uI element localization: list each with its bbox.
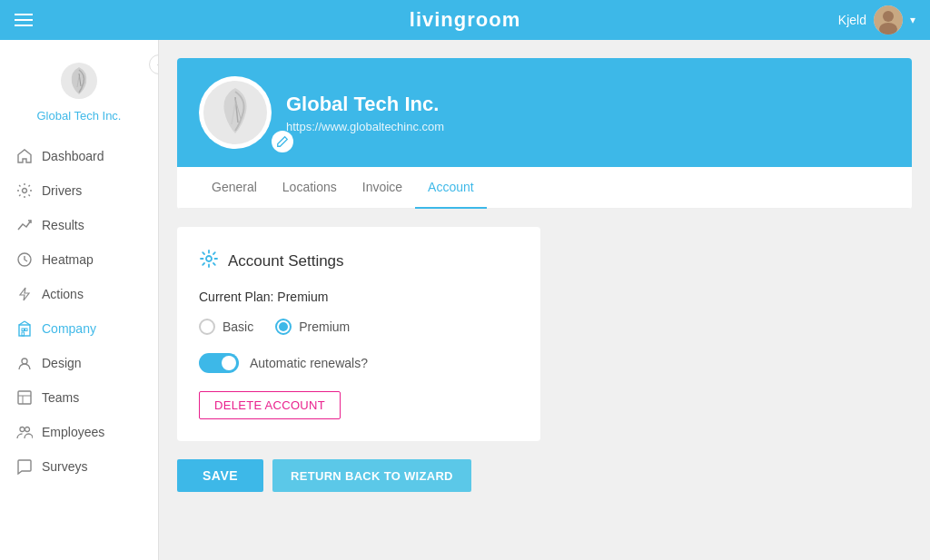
sidebar-label-drivers: Drivers (42, 183, 82, 198)
sidebar-label-actions: Actions (42, 287, 84, 301)
premium-label: Premium (299, 319, 350, 334)
sidebar-item-surveys[interactable]: Surveys (0, 449, 158, 484)
topnav-right: Kjeld ▾ (838, 5, 915, 34)
settings-gear-icon (199, 249, 219, 273)
current-plan-label: Current Plan: Premium (199, 290, 519, 304)
sidebar-logo: Global Tech Inc. (0, 40, 158, 135)
app-title: livingroom (410, 8, 520, 32)
sidebar-item-heatmap[interactable]: Heatmap (0, 242, 158, 277)
sidebar-item-results[interactable]: Results (0, 208, 158, 242)
employees-icon (16, 424, 33, 440)
sidebar-item-company[interactable]: Company (0, 311, 158, 346)
svg-point-15 (22, 359, 27, 364)
svg-rect-16 (18, 391, 31, 404)
return-wizard-button[interactable]: RETURN BACK TO WIZARD (272, 459, 471, 492)
sidebar-nav: Dashboard Drivers (0, 135, 158, 487)
delete-account-button[interactable]: DELETE ACCOUNT (199, 391, 341, 419)
settings-heading: Account Settings (228, 252, 344, 270)
content-area: Global Tech Inc. https://www.globaltechi… (159, 40, 930, 560)
basic-radio[interactable] (199, 319, 215, 335)
user-menu[interactable]: Kjeld ▾ (838, 5, 915, 34)
lightning-icon (16, 286, 33, 302)
home-icon (16, 148, 33, 164)
tab-general[interactable]: General (199, 167, 270, 209)
toggle-knob (222, 356, 236, 370)
sidebar-label-dashboard: Dashboard (42, 149, 104, 163)
company-card: Global Tech Inc. https://www.globaltechi… (177, 58, 912, 209)
svg-point-19 (20, 427, 25, 432)
trending-up-icon (16, 217, 33, 233)
svg-rect-11 (25, 329, 28, 331)
company-header: Global Tech Inc. https://www.globaltechi… (177, 58, 912, 167)
sidebar-company-name: Global Tech Inc. (37, 109, 122, 123)
account-settings-card: Account Settings Current Plan: Premium B… (177, 227, 540, 441)
company-logo (199, 76, 272, 149)
user-name: Kjeld (838, 13, 866, 27)
company-name: Global Tech Inc. (286, 93, 444, 116)
sidebar-label-design: Design (42, 356, 82, 370)
sidebar-label-surveys: Surveys (42, 459, 88, 474)
sidebar: ‹ Global Tech Inc. (0, 40, 159, 560)
gear-icon (16, 182, 33, 199)
svg-point-20 (25, 427, 30, 432)
company-logo-icon (56, 58, 102, 103)
plan-options: Basic Premium (199, 319, 519, 335)
topnav-left (15, 14, 33, 26)
sidebar-label-results: Results (42, 218, 84, 232)
svg-point-6 (23, 189, 27, 193)
auto-renew-row: Automatic renewals? (199, 353, 519, 373)
sidebar-label-heatmap: Heatmap (42, 252, 94, 267)
teams-icon (16, 389, 33, 406)
hamburger-menu[interactable] (15, 14, 33, 26)
sidebar-item-actions[interactable]: Actions (0, 277, 158, 311)
design-icon (16, 355, 33, 371)
sidebar-item-design[interactable]: Design (0, 346, 158, 380)
auto-renew-label: Automatic renewals? (250, 356, 368, 370)
building-icon (16, 320, 33, 337)
plan-premium-option[interactable]: Premium (275, 319, 350, 335)
sidebar-item-employees[interactable]: Employees (0, 415, 158, 449)
sidebar-item-dashboard[interactable]: Dashboard (0, 139, 158, 173)
clock-icon (16, 251, 33, 268)
auto-renew-toggle[interactable] (199, 353, 239, 373)
basic-label: Basic (223, 319, 253, 334)
company-url: https://www.globaltechinc.com (286, 120, 444, 133)
svg-point-25 (206, 256, 212, 261)
sidebar-label-company: Company (42, 321, 96, 336)
avatar (874, 5, 903, 34)
sidebar-item-teams[interactable]: Teams (0, 380, 158, 415)
svg-point-1 (883, 11, 894, 22)
svg-marker-8 (20, 288, 29, 300)
surveys-icon (16, 458, 33, 475)
main-layout: ‹ Global Tech Inc. (0, 40, 930, 560)
action-buttons: SAVE RETURN BACK TO WIZARD (177, 459, 912, 492)
edit-logo-button[interactable] (272, 131, 293, 152)
tab-locations[interactable]: Locations (270, 167, 350, 209)
save-button[interactable]: SAVE (177, 459, 263, 492)
premium-radio[interactable] (275, 319, 292, 335)
svg-rect-10 (22, 329, 25, 331)
sidebar-item-drivers[interactable]: Drivers (0, 173, 158, 208)
tab-invoice[interactable]: Invoice (350, 167, 415, 209)
top-navigation: livingroom Kjeld ▾ (0, 0, 930, 40)
sidebar-label-employees: Employees (42, 425, 104, 439)
company-tabs: General Locations Invoice Account (177, 167, 912, 209)
settings-title: Account Settings (199, 249, 519, 273)
sidebar-label-teams: Teams (42, 390, 79, 405)
plan-basic-option[interactable]: Basic (199, 319, 253, 335)
tab-account[interactable]: Account (415, 167, 487, 209)
user-chevron: ▾ (910, 14, 915, 26)
company-info: Global Tech Inc. https://www.globaltechi… (286, 93, 444, 133)
